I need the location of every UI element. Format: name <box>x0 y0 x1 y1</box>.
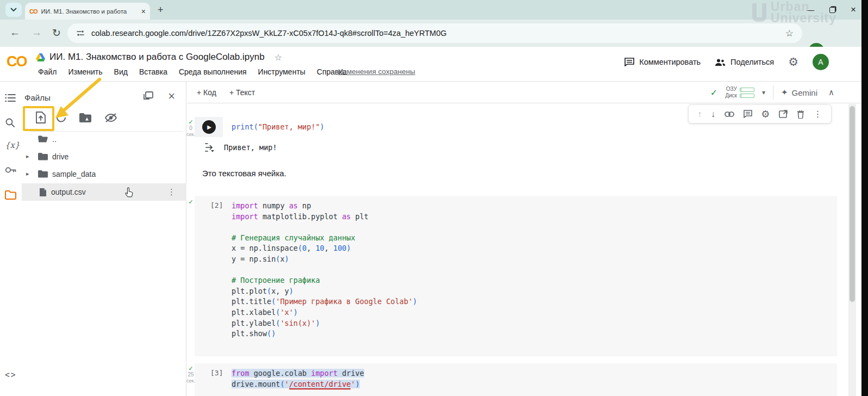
share-button[interactable]: Поделиться <box>715 58 774 66</box>
new-tab-button[interactable]: + <box>158 4 164 16</box>
upload-file-icon[interactable] <box>35 111 46 124</box>
notebook-star-icon[interactable]: ☆ <box>274 52 282 63</box>
cell-comment-icon[interactable] <box>744 110 752 118</box>
browser-tab[interactable]: CO ИИ. М1. Знакомство и работа × <box>25 3 150 20</box>
move-cell-up-icon[interactable]: ↑ <box>697 109 702 119</box>
menu-item[interactable]: Вставка <box>139 67 167 76</box>
comment-button[interactable]: Комментировать <box>625 58 701 66</box>
refresh-icon[interactable]: ↻ <box>52 27 61 39</box>
add-code-button[interactable]: + Код <box>197 88 216 97</box>
settings-gear-icon[interactable]: ⚙ <box>788 55 798 69</box>
tree-item-sample-data[interactable]: ▸ sample_data <box>22 165 186 182</box>
code-line: import numpy as np <box>232 201 832 212</box>
hidden-files-eye-off-icon[interactable] <box>104 113 117 123</box>
mount-drive-icon[interactable] <box>79 113 92 123</box>
delete-cell-trash-icon[interactable] <box>797 110 804 119</box>
output-text: Привет, мир! <box>224 143 277 152</box>
resources-dropdown-icon[interactable]: ▾ <box>762 89 765 96</box>
expand-arrow-icon[interactable]: ▸ <box>26 153 29 160</box>
cell-1-code[interactable]: print("Привет, мир!") <box>223 117 324 137</box>
back-icon[interactable]: ← <box>10 27 20 39</box>
search-icon[interactable] <box>5 117 15 128</box>
screen-edge <box>861 0 868 396</box>
forward-icon[interactable]: → <box>32 27 42 39</box>
menu-item[interactable]: Среда выполнения <box>179 67 247 76</box>
comment-label: Комментировать <box>639 58 701 66</box>
tree-item-label: output.csv <box>51 188 86 196</box>
link-icon[interactable] <box>725 112 734 117</box>
code-line: # Построение графика <box>232 275 832 286</box>
code-snippets-icon[interactable]: <> <box>5 370 17 379</box>
colab-avatar[interactable]: A <box>813 54 829 70</box>
scrollbar-thumb[interactable] <box>850 106 855 302</box>
run-cell-button[interactable]: ▶ <box>202 120 216 134</box>
popout-icon[interactable] <box>143 91 153 100</box>
menu-item[interactable]: Вид <box>114 67 128 76</box>
cell-settings-gear-icon[interactable]: ⚙ <box>761 108 770 120</box>
menu-item[interactable]: Изменить <box>68 67 102 76</box>
variables-icon[interactable]: {x} <box>5 140 20 150</box>
cell-exec-time: 25 <box>186 372 195 378</box>
add-text-button[interactable]: + Текст <box>229 88 255 97</box>
notebook-toolbar: + Код + Текст ✓ ОЗУ Диск ▾ ✦ <box>187 82 861 103</box>
move-cell-down-icon[interactable]: ↓ <box>711 109 715 119</box>
connected-check-icon: ✓ <box>710 88 717 98</box>
people-icon <box>715 58 726 66</box>
tab-title: ИИ. М1. Знакомство и работа <box>41 8 128 15</box>
code-line: plt.plot(x, y) <box>232 286 832 297</box>
expand-arrow-icon[interactable]: ▸ <box>26 170 29 177</box>
cell-2-code[interactable]: import numpy as npimport matplotlib.pypl… <box>232 201 832 339</box>
window-restore-button[interactable] <box>829 7 835 13</box>
table-of-contents-icon[interactable] <box>5 94 16 102</box>
cell-success-check-icon: ✓ <box>186 199 195 205</box>
tab-search-button[interactable] <box>5 3 22 17</box>
open-folder-icon <box>38 135 48 143</box>
tree-item-drive[interactable]: ▸ drive <box>22 148 186 165</box>
files-panel-close-icon[interactable]: × <box>168 89 175 103</box>
colab-logo[interactable]: CO <box>7 53 27 70</box>
code-cell-3[interactable]: [3] from google.colab import drivedrive.… <box>195 363 837 396</box>
cell-run-area[interactable]: ▶ <box>195 117 223 137</box>
refresh-files-icon[interactable] <box>56 112 67 123</box>
output-icon[interactable] <box>204 143 215 152</box>
tree-item-output-csv[interactable]: output.csv ⋮ <box>22 183 186 201</box>
file-options-kebab-icon[interactable]: ⋮ <box>167 187 177 197</box>
chevron-down-icon <box>10 8 17 12</box>
code-line: plt.ylabel('sin(x)') <box>232 318 832 329</box>
code-cell-2[interactable]: [2] import numpy as npimport matplotlib.… <box>195 196 837 356</box>
code-line: import matplotlib.pyplot as plt <box>232 212 832 222</box>
file-icon <box>39 188 47 197</box>
site-settings-icon[interactable] <box>76 29 85 38</box>
cell-exec-time: 0 <box>186 125 195 132</box>
ram-usage-bar <box>740 88 754 92</box>
notebook-title[interactable]: ИИ. М1. Знакомство и работа с GoogleCola… <box>49 52 265 63</box>
tree-item-parent-dir[interactable]: .. <box>22 131 186 147</box>
collapse-header-icon[interactable]: ∧ <box>828 88 834 97</box>
code-line: # Генерация случайных данных <box>232 233 832 244</box>
menu-item[interactable]: Инструменты <box>258 67 305 76</box>
text-cell[interactable]: Это текстовая ячейка. <box>202 169 286 178</box>
secrets-key-icon[interactable] <box>5 166 16 174</box>
cell-more-kebab-icon[interactable]: ⋮ <box>814 109 822 119</box>
url-text[interactable]: colab.research.google.com/drive/1ZZ67X2p… <box>91 29 447 38</box>
files-folder-icon-active[interactable] <box>5 190 16 200</box>
window-close-button[interactable]: × <box>851 4 856 15</box>
gemini-button[interactable]: ✦ Gemini <box>781 88 817 97</box>
left-rail: {x} <> <box>0 82 22 396</box>
tab-close-icon[interactable]: × <box>141 7 146 16</box>
notebook-area: + Код + Текст ✓ ОЗУ Диск ▾ ✦ <box>187 82 861 396</box>
tree-item-label: sample_data <box>52 170 96 178</box>
divider <box>773 85 773 100</box>
cell-3-code[interactable]: from google.colab import drivedrive.moun… <box>232 368 832 389</box>
address-bar[interactable]: colab.research.google.com/drive/1ZZ67X2p… <box>67 23 802 43</box>
colab-header: CO ИИ. М1. Знакомство и работа с GoogleC… <box>0 47 868 82</box>
cell-2-gutter: ✓ <box>186 199 195 205</box>
cell-exec-time-unit: сек. <box>186 132 195 137</box>
menu-item[interactable]: Файл <box>38 67 57 76</box>
browser-tab-bar: CO ИИ. М1. Знакомство и работа × + — × <box>0 0 868 20</box>
resource-monitor[interactable]: ОЗУ Диск <box>725 86 754 99</box>
window-minimize-button[interactable]: — <box>807 5 814 14</box>
open-in-tab-icon[interactable] <box>779 110 788 118</box>
bookmark-star-icon[interactable]: ☆ <box>785 28 794 39</box>
saved-status-link[interactable]: Изменения сохранены <box>338 67 415 76</box>
